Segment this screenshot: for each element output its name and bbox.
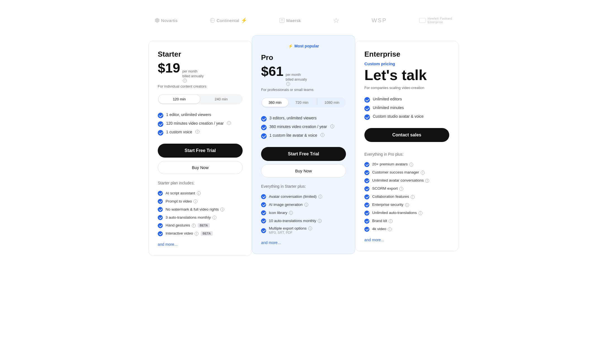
pro-includes-title: Everything in Starter plus:: [261, 184, 346, 189]
starter-minutes-120[interactable]: 120 min: [159, 95, 200, 103]
starter-and-more[interactable]: and more...: [158, 242, 243, 247]
check-icon: [261, 228, 266, 233]
pro-include-2: AI image generation i: [261, 201, 346, 209]
avatar-conv-info-icon[interactable]: i: [318, 195, 322, 199]
enterprise-top-features: Unlimited editors Unlimited minutes Cust…: [364, 95, 449, 121]
check-icon: [364, 97, 370, 103]
starter-include-6: Interactive video i BETA: [158, 230, 243, 238]
starter-include-1: AI script assistant i: [158, 189, 243, 197]
csm-info-icon[interactable]: i: [421, 171, 425, 175]
starter-price-row: $19 per month billed annuallyi: [158, 61, 243, 83]
collab-info-icon[interactable]: i: [411, 195, 415, 199]
starter-price-details: per month billed annuallyi: [182, 69, 204, 83]
prompt-video-info-icon[interactable]: i: [193, 199, 197, 203]
starter-minutes-240[interactable]: 240 min: [200, 95, 242, 103]
pro-avatar-info-icon[interactable]: i: [321, 133, 324, 137]
hand-gestures-info-icon[interactable]: i: [192, 224, 196, 228]
check-icon: [364, 106, 370, 111]
unlimited-trans-info-icon[interactable]: i: [419, 211, 422, 215]
pro-and-more[interactable]: and more...: [261, 240, 346, 245]
svg-rect-2: [419, 18, 426, 23]
logo-continental: Continental ⚡: [210, 17, 247, 23]
enterprise-include-3: Unlimited avatar conversations i: [364, 177, 449, 185]
starter-includes-title: Starter plan includes:: [158, 181, 243, 185]
check-icon: [364, 194, 369, 199]
4k-info-icon[interactable]: i: [388, 227, 392, 231]
starter-minutes-info-icon[interactable]: i: [227, 121, 231, 125]
starter-cta-primary[interactable]: Start Free Trial: [158, 144, 243, 158]
enterprise-cta-primary[interactable]: Contact sales: [364, 128, 449, 142]
interactive-video-info-icon[interactable]: i: [195, 232, 199, 236]
pro-minutes-1080[interactable]: 1080 min: [319, 98, 345, 107]
pro-minutes-info-icon[interactable]: i: [330, 124, 334, 128]
enterprise-feature-1: Unlimited editors: [364, 95, 449, 104]
export-info-icon[interactable]: i: [308, 226, 312, 230]
enterprise-plan-name: Enterprise: [364, 50, 449, 59]
starter-card: Starter $19 per month billed annuallyi F…: [149, 41, 252, 256]
check-icon: [364, 227, 369, 232]
enterprise-include-1: 20+ premium avatars i: [364, 160, 449, 168]
enterprise-includes-title: Everything in Pro plus:: [364, 152, 449, 156]
pro-plan-name: Pro: [261, 53, 346, 62]
starter-cta-secondary[interactable]: Buy Now: [158, 161, 243, 174]
check-icon: [364, 211, 369, 216]
check-icon: [158, 113, 163, 118]
starter-include-4: 3 auto-translations monthly i: [158, 213, 243, 221]
check-icon: [261, 202, 266, 207]
check-icon: [364, 114, 370, 120]
starter-feature-3: 1 custom voice i: [158, 128, 243, 137]
most-popular-badge: ⚡ Most popular: [261, 41, 346, 53]
check-icon: [364, 219, 369, 224]
enterprise-include-5: Collaboration features i: [364, 193, 449, 201]
brand-kit-info-icon[interactable]: i: [389, 219, 393, 223]
enterprise-feature-3: Custom studio avatar & voice: [364, 113, 449, 121]
security-info-icon[interactable]: i: [405, 203, 409, 207]
logo-wsp: WSP: [372, 17, 387, 24]
starter-top-features: 1 editor, unlimited viewers 120 minutes …: [158, 111, 243, 137]
starter-voice-info-icon[interactable]: i: [195, 130, 199, 134]
pro-feature-1: 3 editors, unlimited viewers: [261, 114, 346, 123]
translations-info-icon[interactable]: i: [212, 216, 216, 220]
starter-include-3: No watermark & full video rights i: [158, 205, 243, 213]
pro-cta-secondary[interactable]: Buy Now: [261, 164, 346, 177]
beta-badge: BETA: [198, 223, 210, 228]
scorm-info-icon[interactable]: i: [399, 187, 403, 191]
enterprise-headline: Let's talk: [364, 67, 449, 83]
pro-minutes-toggle: 360 min 720 min 1080 min: [261, 97, 346, 108]
enterprise-feature-2: Unlimited minutes: [364, 104, 449, 113]
beta-badge-2: BETA: [201, 231, 213, 236]
check-icon: [364, 170, 369, 175]
enterprise-and-more[interactable]: and more...: [364, 238, 449, 242]
unlimited-conv-info-icon[interactable]: i: [425, 179, 429, 183]
enterprise-card: Enterprise Custom pricing Let's talk For…: [355, 41, 458, 251]
pro-top-features: 3 editors, unlimited viewers 360 minutes…: [261, 114, 346, 140]
pro-description: For professionals or small teams: [261, 88, 346, 92]
starter-minutes-toggle: 120 min 240 min: [158, 94, 243, 104]
check-icon: [158, 199, 163, 204]
pro-include-5: Multiple export options i MP3, SRT, PDF: [261, 225, 346, 236]
custom-pricing-label: Custom pricing: [364, 61, 449, 66]
pro-minutes-360[interactable]: 360 min: [262, 98, 288, 107]
pro-feature-2: 360 minutes video creation / year i: [261, 123, 346, 132]
pro-cta-primary[interactable]: Start Free Trial: [261, 147, 346, 161]
ai-script-info-icon[interactable]: i: [197, 191, 201, 195]
pro-translations-info-icon[interactable]: i: [318, 219, 322, 223]
pro-feature-3: 1 custom lite avatar & voice i: [261, 132, 346, 140]
pricing-container: Starter $19 per month billed annuallyi F…: [142, 41, 465, 256]
icon-library-info-icon[interactable]: i: [289, 211, 293, 215]
ai-image-info-icon[interactable]: i: [304, 203, 308, 207]
logo-maersk: Maersk: [279, 18, 301, 23]
pro-minutes-720[interactable]: 720 min: [289, 98, 315, 107]
enterprise-include-6: Enterprise security i: [364, 201, 449, 209]
logo-novartis: Novartis: [155, 18, 178, 23]
starter-include-2: Prompt to video i: [158, 197, 243, 205]
check-icon: [261, 218, 266, 223]
pro-billing-info-icon[interactable]: i: [286, 82, 290, 86]
premium-avatars-info-icon[interactable]: i: [409, 163, 413, 167]
check-icon: [261, 133, 267, 139]
starter-billing-info-icon[interactable]: i: [183, 79, 187, 83]
logo-hpe: Hewlett PackardEnterprise: [419, 17, 452, 24]
lightning-icon: ⚡: [288, 44, 293, 48]
pro-price-row: $61 per month billed annuallyi: [261, 65, 346, 86]
watermark-info-icon[interactable]: i: [220, 208, 224, 211]
